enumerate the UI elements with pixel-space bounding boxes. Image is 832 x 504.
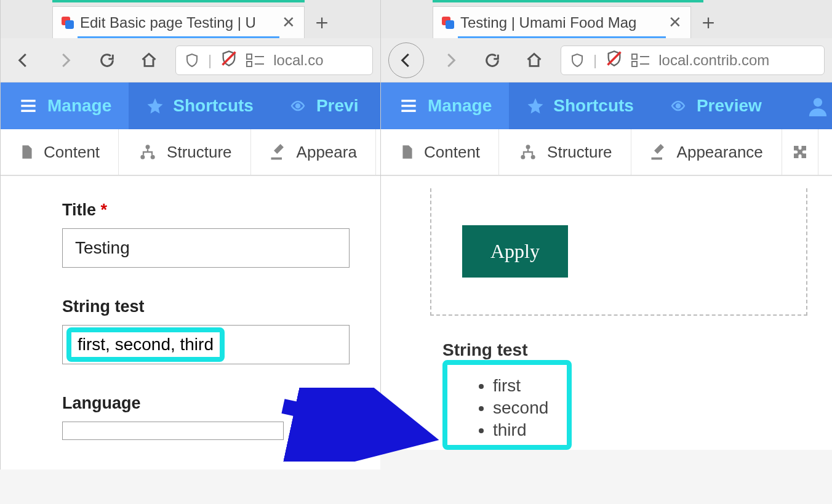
subnav-content[interactable]: Content: [1, 129, 119, 175]
drupal-favicon-icon: [62, 17, 74, 29]
browser-window-left: Edit Basic page Testing | U ✕ ＋ | local.…: [0, 0, 380, 470]
address-bar[interactable]: | local.co: [175, 46, 373, 75]
eye-icon: [288, 98, 308, 113]
apply-button[interactable]: Apply: [462, 225, 568, 278]
svg-point-24: [526, 145, 530, 149]
preview-label: Previ: [316, 96, 359, 116]
shortcuts-label: Shortcuts: [173, 96, 254, 116]
new-tab-button[interactable]: ＋: [691, 6, 726, 38]
drupal-subnav: Content Structure Appearance: [381, 129, 832, 176]
svg-rect-28: [651, 158, 662, 160]
language-label: Language: [62, 394, 350, 413]
star-icon: [526, 97, 545, 115]
reload-button[interactable]: [92, 45, 122, 76]
toolbar-shortcuts[interactable]: Shortcuts: [129, 82, 271, 129]
required-asterisk: *: [101, 201, 108, 219]
toolbar-manage[interactable]: Manage: [381, 82, 509, 129]
shield-icon: [570, 52, 585, 69]
browser-toolbar: | local.co: [1, 38, 380, 82]
svg-rect-12: [274, 144, 284, 154]
tabstrip: Edit Basic page Testing | U ✕ ＋: [1, 0, 380, 38]
tab-active-highlight: [52, 0, 305, 2]
string-test-value[interactable]: first, second, third: [78, 335, 214, 354]
star-icon: [146, 97, 164, 115]
user-icon: [807, 95, 828, 116]
svg-point-11: [151, 155, 155, 159]
forward-button[interactable]: [435, 45, 466, 76]
tab-loading-underline: [78, 36, 279, 38]
home-button[interactable]: [519, 45, 550, 76]
drupal-admin-toolbar: Manage Shortcuts Preview: [381, 82, 832, 129]
browser-tab[interactable]: Testing | Umami Food Mag ✕: [433, 6, 691, 38]
title-input[interactable]: [62, 228, 350, 268]
url-text: local.contrib.com: [658, 52, 769, 69]
subnav-structure[interactable]: Structure: [119, 129, 251, 175]
string-test-field: String test first, second, third: [62, 297, 350, 364]
shortcuts-label: Shortcuts: [553, 96, 634, 116]
svg-rect-27: [654, 144, 664, 154]
gavel-icon: [270, 143, 288, 161]
svg-point-22: [676, 104, 680, 108]
close-tab-icon[interactable]: ✕: [668, 13, 682, 32]
drupal-favicon-icon: [442, 17, 454, 29]
list-item: first: [493, 375, 548, 397]
tracking-blocked-icon: [220, 50, 238, 71]
close-tab-icon[interactable]: ✕: [282, 13, 295, 32]
forward-button[interactable]: [50, 45, 81, 76]
svg-point-23: [814, 98, 822, 106]
drupal-admin-toolbar: Manage Shortcuts Previ: [1, 82, 380, 129]
svg-point-25: [521, 155, 525, 159]
string-test-output-label: String test: [442, 340, 807, 360]
svg-point-26: [531, 155, 535, 159]
string-test-output-list: first second third: [476, 375, 548, 441]
preview-content: Apply String test first second third: [381, 176, 832, 450]
title-label: Title *: [62, 201, 350, 220]
language-field: Language: [62, 394, 350, 440]
address-bar[interactable]: | local.contrib.com: [561, 46, 825, 75]
sitemap-icon: [518, 143, 538, 161]
menu-icon: [18, 97, 39, 114]
file-icon: [19, 143, 35, 161]
language-input[interactable]: [62, 422, 284, 440]
new-tab-button[interactable]: ＋: [305, 6, 339, 38]
svg-rect-16: [632, 62, 637, 66]
subnav-content[interactable]: Content: [381, 129, 499, 175]
svg-rect-15: [632, 54, 637, 59]
tab-active-highlight: [433, 0, 703, 2]
string-test-output-highlight: first second third: [442, 360, 572, 450]
toolbar-manage[interactable]: Manage: [1, 82, 129, 129]
subnav-structure[interactable]: Structure: [499, 129, 631, 175]
shield-icon: [185, 52, 199, 69]
reload-button[interactable]: [477, 45, 508, 76]
list-item: second: [493, 397, 548, 419]
manage-label: Manage: [47, 96, 111, 116]
back-button[interactable]: [388, 42, 424, 78]
preview-label: Preview: [697, 96, 762, 116]
toolbar-preview[interactable]: Previ: [271, 82, 376, 129]
toolbar-preview[interactable]: Preview: [651, 82, 779, 129]
browser-tab[interactable]: Edit Basic page Testing | U ✕: [52, 6, 305, 38]
menu-icon: [398, 97, 419, 114]
subnav-appearance[interactable]: Appearance: [631, 129, 782, 175]
list-item: third: [493, 419, 548, 441]
toolbar-user[interactable]: [790, 82, 832, 129]
url-text: local.co: [273, 52, 323, 69]
tabstrip: Testing | Umami Food Mag ✕ ＋: [381, 0, 832, 38]
subnav-appearance[interactable]: Appeara: [251, 129, 376, 175]
back-button[interactable]: [8, 45, 39, 76]
title-field: Title *: [62, 201, 350, 268]
toolbar-shortcuts[interactable]: Shortcuts: [509, 82, 651, 129]
permissions-icon: [631, 54, 650, 67]
string-test-label: String test: [62, 297, 350, 316]
subnav-extend[interactable]: [782, 129, 818, 175]
file-icon: [399, 143, 415, 161]
browser-window-right: Testing | Umami Food Mag ✕ ＋ | local.con…: [380, 0, 832, 450]
browser-toolbar: | local.contrib.com: [381, 38, 832, 82]
eye-icon: [668, 98, 688, 113]
manage-label: Manage: [428, 96, 492, 116]
svg-rect-2: [247, 62, 252, 66]
string-test-output: String test first second third: [430, 340, 807, 450]
home-button[interactable]: [134, 45, 164, 76]
svg-point-9: [146, 145, 150, 149]
puzzle-icon: [791, 143, 809, 161]
